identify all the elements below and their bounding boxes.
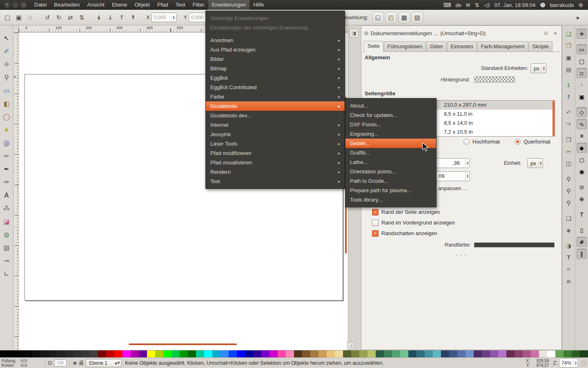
menu-item-gcodetools[interactable]: Gcodetools▸: [206, 101, 345, 111]
checkbox-rand-im-vordergrund-anzeigen[interactable]: Rand im Vordergrund anzeigen: [372, 219, 455, 226]
radio-querformat[interactable]: Querformat: [514, 139, 550, 145]
scroll-corner-button[interactable]: ◿: [347, 342, 354, 349]
palette-swatch[interactable]: [506, 350, 514, 357]
snap-page-border-toggle[interactable]: ▯: [577, 225, 587, 235]
palette-swatch[interactable]: [531, 350, 539, 357]
spinner-arrows[interactable]: ▲▼: [465, 172, 470, 181]
eraser-tool[interactable]: ◪: [1, 216, 12, 227]
open-document-button[interactable]: ❒: [564, 40, 574, 51]
tab-seite[interactable]: Seite: [364, 41, 383, 52]
palette-swatch[interactable]: [474, 350, 482, 357]
dropper-tool[interactable]: ⊸: [1, 255, 12, 266]
submenu-item-engraving[interactable]: Engraving...: [345, 129, 436, 139]
gear-icon[interactable]: ⚙: [578, 2, 583, 8]
spiral-tool[interactable]: @: [1, 137, 12, 148]
palette-swatch[interactable]: [33, 350, 41, 357]
palette-swatch[interactable]: [49, 350, 57, 357]
menu-datei[interactable]: Datei: [31, 0, 50, 10]
unit-select[interactable]: px ▲▼: [527, 158, 543, 168]
palette-swatch[interactable]: [261, 350, 270, 357]
snap-text-baseline-toggle[interactable]: T: [577, 209, 587, 220]
spinner-arrows[interactable]: ▲▼: [172, 15, 176, 20]
palette-swatch[interactable]: [539, 350, 547, 357]
star-tool[interactable]: ★: [1, 124, 12, 135]
palette-swatch[interactable]: [547, 350, 555, 357]
radio-hochformat[interactable]: Hochformat: [463, 139, 500, 145]
paint-bucket-tool[interactable]: ◍: [1, 229, 12, 240]
menu-item-pfad-modifizieren[interactable]: Pfad modifizieren▸: [206, 148, 345, 158]
keyboard-layout-indicator[interactable]: de: [455, 2, 461, 8]
palette-swatch[interactable]: [433, 350, 441, 357]
snap-rotation-centers-toggle[interactable]: ⊕: [577, 194, 587, 204]
snap-line-midpoints-toggle[interactable]: ◉: [577, 166, 587, 177]
undo-button[interactable]: ↶: [564, 107, 574, 117]
clock[interactable]: 07. Jan, 18:59:04: [494, 2, 535, 8]
palette-swatch[interactable]: [555, 350, 564, 357]
palette-swatch[interactable]: [90, 350, 98, 357]
palette-swatch[interactable]: [196, 350, 204, 357]
menu-bearbeiten[interactable]: Bearbeiten: [50, 0, 83, 10]
menu-item-einstellungen-der-vorherigen-erweiterung[interactable]: Einstellungen der vorherigen Erweiterung…: [206, 23, 345, 32]
palette-swatch[interactable]: [180, 350, 188, 357]
node-tool[interactable]: ✐: [1, 46, 12, 56]
volume-icon[interactable]: ◁): [484, 2, 490, 8]
palette-swatch[interactable]: [466, 350, 474, 357]
snap-path-intersections-toggle[interactable]: ✕: [577, 131, 587, 141]
palette-swatch[interactable]: [172, 350, 180, 357]
select-tool[interactable]: ↖: [1, 33, 12, 43]
palette-swatch[interactable]: [294, 350, 302, 357]
palette-swatch[interactable]: [449, 350, 457, 357]
palette-swatch[interactable]: [286, 350, 294, 357]
snap-paths-toggle[interactable]: ∿: [577, 119, 587, 129]
menu-item-internet[interactable]: Internet▸: [206, 120, 345, 130]
palette-swatch[interactable]: [523, 350, 531, 357]
menu-item-aus-pfad-erzeugen[interactable]: Aus Pfad erzeugen▸: [206, 45, 345, 54]
palette-swatch[interactable]: [106, 350, 114, 357]
snap-bbox-edges-toggle[interactable]: ▢: [577, 56, 587, 66]
tab-farb-management[interactable]: Farb-Management: [477, 41, 528, 52]
select-all-layers-button[interactable]: ▣: [13, 12, 24, 23]
palette-swatch[interactable]: [65, 350, 74, 357]
snap-bbox-toggle[interactable]: ▭: [577, 44, 587, 54]
palette-swatch[interactable]: [82, 350, 90, 357]
menu-pfad[interactable]: Pfad: [154, 0, 172, 10]
palette-swatch[interactable]: [327, 350, 335, 357]
resize-grip[interactable]: [581, 360, 586, 366]
spinner-arrows[interactable]: ▲▼: [465, 159, 470, 168]
snap-grid-toggle[interactable]: #: [577, 237, 587, 247]
palette-swatch[interactable]: [147, 350, 155, 357]
tab-fuehrungslinien[interactable]: Führungslinien: [384, 41, 426, 52]
palette-swatch[interactable]: [278, 350, 286, 357]
menu-item-jessyink[interactable]: JessyInk▸: [206, 130, 345, 139]
menu-item-rendern[interactable]: Rendern▸: [206, 167, 345, 177]
lower-button[interactable]: ↓: [105, 12, 116, 23]
zoom-tool[interactable]: ⚲: [1, 72, 12, 83]
menu-hilfe[interactable]: Hilfe: [249, 0, 267, 10]
palette-swatch[interactable]: [237, 350, 245, 357]
horizontal-scrollbar-thumb[interactable]: [129, 343, 237, 345]
clone-button[interactable]: ◈: [564, 225, 574, 235]
maximize-button[interactable]: ▢: [20, 2, 27, 8]
raise-to-top-button[interactable]: ↟: [127, 12, 139, 23]
palette-swatch[interactable]: [335, 350, 343, 357]
tab-gitter[interactable]: Gitter: [426, 41, 447, 52]
palette-swatch[interactable]: [384, 350, 392, 357]
layer-visibility-icon[interactable]: ◉: [73, 360, 77, 366]
submenu-item-tools-library[interactable]: Tools library...: [345, 195, 436, 204]
snap-smooth-nodes-toggle[interactable]: ○: [577, 155, 587, 165]
palette-swatch[interactable]: [514, 350, 523, 357]
snap-bbox-edge-midpoints-toggle[interactable]: ◦: [577, 80, 587, 90]
toolbar-overflow-button[interactable]: ▸: [572, 12, 584, 23]
snap-bbox-centers-toggle[interactable]: ▣: [577, 92, 587, 102]
rotate-ccw-button[interactable]: ↺: [42, 12, 53, 23]
layers-dialog-button[interactable]: ≡: [564, 276, 574, 286]
submenu-item-path-to-gcode[interactable]: Path to Gcode...: [345, 176, 436, 186]
palette-swatch[interactable]: [229, 350, 237, 357]
pen-tool[interactable]: ✒: [1, 164, 12, 174]
vertical-ruler[interactable]: 0: [13, 33, 19, 350]
tab-skripte[interactable]: Skripte: [529, 41, 552, 52]
palette-swatch[interactable]: [441, 350, 449, 357]
redo-button[interactable]: ↷: [564, 119, 574, 129]
palette-swatch[interactable]: [204, 350, 212, 357]
submenu-item-lathe[interactable]: Lathe...: [345, 157, 436, 167]
